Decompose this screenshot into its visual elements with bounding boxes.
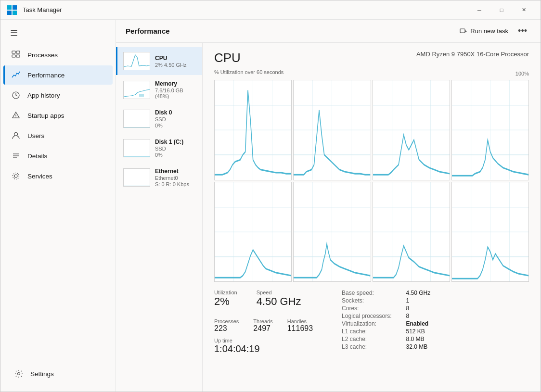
- utilization-label: Utilization: [214, 290, 237, 295]
- cpu-panel-title: CPU: [214, 51, 241, 65]
- svg-rect-26: [124, 169, 150, 187]
- svg-rect-2: [7, 11, 12, 15]
- cpu-graph-5: [214, 182, 292, 282]
- services-icon: [11, 171, 21, 181]
- l3-value: 32.0 MB: [406, 343, 456, 350]
- svg-rect-3: [13, 11, 17, 15]
- disk0-info: Disk 0 SSD 0%: [155, 109, 196, 128]
- disk1-sub1: SSD: [155, 146, 196, 152]
- disk1-sub2: 0%: [155, 152, 196, 158]
- svg-rect-5: [16, 51, 20, 53]
- cpu-info: CPU 2% 4.50 GHz: [155, 55, 196, 68]
- sidebar-bottom: Settings: [0, 360, 116, 392]
- cpu-graphs-grid: [214, 80, 529, 282]
- sidebar-item-processes[interactable]: Processes: [3, 45, 113, 64]
- percent-label: 100%: [515, 71, 529, 76]
- svg-rect-7: [16, 55, 20, 57]
- cpu-graph-6: [293, 182, 371, 282]
- run-new-task-label: Run new task: [470, 27, 508, 35]
- device-list: CPU 2% 4.50 GHz: [116, 43, 203, 392]
- device-item-cpu[interactable]: CPU 2% 4.50 GHz: [116, 47, 202, 75]
- device-item-disk0[interactable]: Disk 0 SSD 0%: [116, 104, 202, 133]
- main-content-area: ☰ Processes: [0, 20, 541, 392]
- svg-rect-19: [460, 29, 465, 33]
- processes-icon: [11, 50, 21, 60]
- sidebar-nav: Processes Performance: [0, 45, 116, 360]
- sidebar-item-details[interactable]: Details: [3, 146, 113, 165]
- sidebar-label-services: Services: [27, 173, 52, 180]
- cpu-name: CPU: [155, 55, 196, 62]
- page-title: Performance: [126, 27, 170, 35]
- svg-point-16: [14, 175, 17, 177]
- virt-label: Virtualization:: [342, 320, 391, 327]
- cpu-graph-3: [373, 80, 450, 180]
- sidebar-item-settings[interactable]: Settings: [6, 364, 110, 383]
- svg-rect-1: [13, 5, 17, 10]
- threads-stat: Threads 2497: [253, 318, 272, 333]
- svg-rect-24: [124, 110, 150, 128]
- performance-icon: [11, 70, 21, 80]
- uptime-value: 1:04:04:19: [214, 343, 313, 354]
- hamburger-button[interactable]: ☰: [4, 24, 24, 43]
- cpu-panel-header: CPU AMD Ryzen 9 7950X 16-Core Processor: [214, 51, 529, 65]
- memory-sub: 7.6/16.0 GB (48%): [155, 88, 196, 99]
- device-item-memory[interactable]: Memory 7.6/16.0 GB (48%): [116, 76, 202, 104]
- app-history-icon: [11, 90, 21, 100]
- l1-value: 512 KB: [406, 328, 456, 335]
- util-label: % Utilization over 60 seconds: [214, 69, 283, 75]
- disk1-name: Disk 1 (C:): [155, 139, 196, 145]
- processes-stat: Processes 223: [214, 318, 239, 333]
- maximize-button[interactable]: □: [490, 2, 513, 18]
- cpu-detail-panel: CPU AMD Ryzen 9 7950X 16-Core Processor …: [203, 43, 541, 392]
- run-new-task-button[interactable]: Run new task: [460, 27, 508, 35]
- cpu-graph-8: [451, 182, 529, 282]
- sidebar-item-startup[interactable]: Startup apps: [3, 106, 113, 125]
- sidebar-item-services[interactable]: Services: [3, 166, 113, 186]
- svg-rect-23: [139, 94, 144, 97]
- window-title: Task Manager: [23, 6, 468, 13]
- sidebar-label-startup: Startup apps: [27, 112, 64, 119]
- sidebar-item-users[interactable]: Users: [3, 126, 113, 145]
- l3-label: L3 cache:: [342, 343, 391, 350]
- cpu-graph-4: [451, 80, 529, 180]
- svg-point-11: [15, 117, 16, 117]
- minimize-button[interactable]: ─: [468, 2, 490, 18]
- svg-point-18: [18, 373, 20, 375]
- window-controls: ─ □ ✕: [468, 2, 535, 18]
- sidebar: ☰ Processes: [0, 20, 116, 392]
- performance-content: CPU 2% 4.50 GHz: [116, 43, 541, 392]
- sidebar-label-performance: Performance: [27, 72, 64, 79]
- cpu-graph-7: [373, 182, 450, 282]
- task-manager-window: Task Manager ─ □ ✕ ☰: [0, 0, 541, 392]
- handles-stat: Handles 111693: [287, 318, 313, 333]
- cpu-graph-1: [214, 80, 292, 180]
- device-item-disk1[interactable]: Disk 1 (C:) SSD 0%: [116, 134, 202, 163]
- speed-value: 4.50 GHz: [257, 295, 301, 308]
- sidebar-item-performance[interactable]: Performance: [3, 65, 113, 85]
- sidebar-label-processes: Processes: [27, 51, 58, 59]
- settings-icon: [14, 369, 24, 379]
- disk0-sub2: 0%: [155, 123, 196, 128]
- header-actions: Run new task •••: [460, 24, 531, 38]
- base-speed-value: 4.50 GHz: [406, 290, 456, 296]
- svg-rect-6: [12, 55, 15, 57]
- right-stats-table: Base speed: 4.50 GHz Sockets: 1 Cores: 8…: [342, 290, 456, 350]
- disk0-sub1: SSD: [155, 116, 196, 122]
- pth-row: Processes 223 Threads 2497 Handles 11169…: [214, 318, 313, 333]
- more-options-button[interactable]: •••: [514, 24, 531, 38]
- ethernet-sub2: S: 0 R: 0 Kbps: [155, 181, 196, 187]
- utilization-stat: Utilization 2%: [214, 290, 237, 308]
- ethernet-thumb: [123, 168, 150, 187]
- sidebar-label-app-history: App history: [27, 92, 60, 99]
- handles-value: 111693: [287, 324, 313, 333]
- sidebar-item-app-history[interactable]: App history: [3, 86, 113, 105]
- ethernet-sub1: Ethernet0: [155, 175, 196, 181]
- svg-rect-0: [7, 5, 12, 10]
- memory-name: Memory: [155, 80, 196, 87]
- close-button[interactable]: ✕: [513, 2, 535, 18]
- svg-point-17: [13, 173, 19, 179]
- processes-label: Processes: [214, 318, 239, 324]
- device-item-ethernet[interactable]: Ethernet Ethernet0 S: 0 R: 0 Kbps: [116, 163, 202, 192]
- processes-value: 223: [214, 324, 239, 333]
- speed-label: Speed: [257, 290, 301, 295]
